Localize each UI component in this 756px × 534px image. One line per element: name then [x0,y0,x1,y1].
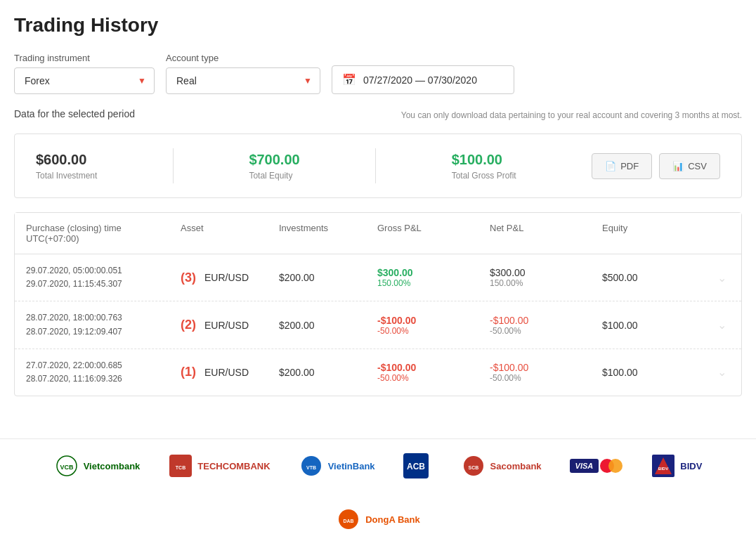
sacombank-logo: SCB Sacombank [461,453,542,478]
techcombank-logo: TCB TECHCOMBANK [168,453,270,478]
filters-section: Trading instrument Forex ▼ Account type … [14,51,742,94]
total-equity-label: Total Equity [249,171,299,181]
th-time: Purchase (closing) time UTC(+07:00) [26,223,181,244]
divider-2 [375,148,376,183]
row-2-time: 28.07.2020, 18:00:00.763 28.07.2020, 19:… [26,311,181,338]
total-investment-label: Total Investment [36,171,97,181]
row-3-time-cell: 29.07.2020, 05:00:00.051 29.07.2020, 11:… [26,264,181,291]
instrument-filter-group: Trading instrument Forex ▼ [14,53,155,94]
page-title: Trading History [14,14,742,37]
donga-icon: DAB [336,507,361,532]
row-1-time: 27.07.2020, 22:00:00.685 28.07.2020, 11:… [26,359,181,386]
total-profit-item: $100.00 Total Gross Profit [452,152,516,181]
techcombank-name: TECHCOMBANK [197,461,270,471]
vietinbank-icon: VTB [299,453,324,478]
account-select[interactable]: Real [166,67,320,94]
pdf-export-button[interactable]: 📄 PDF [592,153,652,179]
table-header: Purchase (closing) time UTC(+07:00) Asse… [15,213,741,254]
date-range-box[interactable]: 📅 07/27/2020 — 07/30/2020 [332,65,514,94]
acb-icon: ACB [403,453,429,478]
total-investment-item: $600.00 Total Investment [36,152,97,181]
row-1-equity: $100.00 [602,367,700,378]
row-2-expand-icon[interactable]: ⌄ [700,318,743,332]
account-label: Account type [166,53,320,63]
summary-card: $600.00 Total Investment $700.00 Total E… [14,134,742,198]
row-1-net-pnl: -$100.00 -50.00% [490,362,602,383]
th-investments: Investments [279,223,377,244]
row-3-net-pnl: $300.00 150.00% [490,267,602,288]
th-asset: Asset [181,223,279,244]
csv-icon: 📊 [672,161,684,171]
footer-section: VCB Vietcombank TCB TECHCOMBANK VTB [0,438,756,534]
calendar-icon: 📅 [342,73,356,86]
row-1-investment: $200.00 [279,367,377,378]
th-gross-pnl: Gross P&L [377,223,490,244]
bidv-icon: BIDV [651,453,676,478]
vietcombank-name: Vietcombank [84,461,141,471]
row-2-gross-pnl: -$100.00 -50.00% [377,315,490,336]
row-3-gross-pnl: $300.00 150.00% [377,267,490,288]
export-buttons: 📄 PDF 📊 CSV [592,153,720,179]
svg-text:BIDV: BIDV [658,467,668,471]
donga-logo: DAB DongA Bank [336,507,420,532]
instrument-select[interactable]: Forex [14,67,155,94]
table-row: 29.07.2020, 05:00:00.051 29.07.2020, 11:… [15,254,741,301]
svg-text:VTB: VTB [306,465,316,470]
row-3-asset: EUR/USD [204,272,249,283]
account-select-wrapper: Real ▼ [166,67,320,94]
row-3-equity: $500.00 [602,272,700,283]
row-3-investment: $200.00 [279,272,377,283]
techcombank-icon: TCB [168,453,193,478]
csv-label: CSV [688,161,707,171]
account-filter-group: Account type Real ▼ [166,53,320,94]
row-2-number: (2) [181,318,196,332]
acb-logo: ACB [403,453,433,478]
vietcombank-icon: VCB [54,453,79,478]
row-2-time-cell: 28.07.2020, 18:00:00.763 28.07.2020, 19:… [26,311,181,338]
svg-text:TCB: TCB [176,465,185,470]
vietcombank-logo: VCB Vietcombank [54,453,141,478]
row-2-asset: EUR/USD [204,320,249,331]
instrument-label: Trading instrument [14,53,155,63]
table-row: 28.07.2020, 18:00:00.763 28.07.2020, 19:… [15,301,741,349]
data-section: Data for the selected period You can onl… [14,108,742,198]
total-equity-item: $700.00 Total Equity [249,152,299,181]
row-1-time-cell: 27.07.2020, 22:00:00.685 28.07.2020, 11:… [26,359,181,386]
total-equity-value: $700.00 [249,152,299,168]
row-3-expand-icon[interactable]: ⌄ [700,271,743,285]
visa-mastercard-icons: VISA [570,459,623,473]
vietinbank-name: VietinBank [328,461,375,471]
period-label: Data for the selected period [14,108,135,119]
sacombank-icon: SCB [461,453,486,478]
bidv-name: BIDV [680,461,702,471]
vietinbank-logo: VTB VietinBank [299,453,375,478]
date-range-text: 07/27/2020 — 07/30/2020 [363,74,477,86]
th-expand [700,223,743,244]
row-3-time: 29.07.2020, 05:00:00.051 29.07.2020, 11:… [26,264,122,291]
sacombank-name: Sacombank [490,461,542,471]
total-profit-value: $100.00 [452,152,516,168]
row-1-asset-cell: (1) EUR/USD [181,365,279,379]
donga-name: DongA Bank [365,514,420,525]
th-equity: Equity [602,223,700,244]
csv-export-button[interactable]: 📊 CSV [659,153,720,179]
trading-history-table: Purchase (closing) time UTC(+07:00) Asse… [14,212,742,396]
row-3-asset-cell: (3) EUR/USD [181,271,279,285]
divider-1 [173,148,174,183]
row-2-asset-cell: (2) EUR/USD [181,318,279,332]
total-investment-value: $600.00 [36,152,97,168]
row-1-asset: EUR/USD [204,367,249,378]
mastercard-icon [600,459,623,473]
svg-text:VCB: VCB [60,464,74,471]
svg-text:DAB: DAB [344,519,354,523]
table-row: 27.07.2020, 22:00:00.685 28.07.2020, 11:… [15,349,741,396]
th-net-pnl: Net P&L [490,223,602,244]
date-range-group: 📅 07/27/2020 — 07/30/2020 [332,51,514,94]
pdf-icon: 📄 [605,161,616,171]
bank-logos: VCB Vietcombank TCB TECHCOMBANK VTB [14,453,742,532]
svg-text:ACB: ACB [407,462,425,471]
data-note: You can only download data pertaining to… [401,110,742,120]
row-2-net-pnl: -$100.00 -50.00% [490,315,602,336]
row-1-expand-icon[interactable]: ⌄ [700,365,743,379]
row-2-investment: $200.00 [279,320,377,331]
